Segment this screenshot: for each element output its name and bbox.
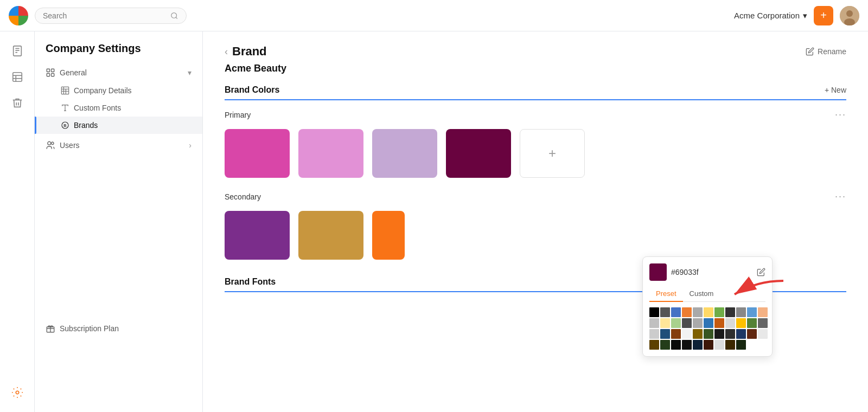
sidebar-item-company-details[interactable]: Company Details xyxy=(35,82,202,99)
preset-color-cell[interactable] xyxy=(693,329,703,339)
svg-rect-17 xyxy=(52,74,54,76)
preset-color-cell[interactable] xyxy=(736,340,746,350)
general-label: General xyxy=(60,68,87,77)
preset-color-cell[interactable] xyxy=(714,307,724,317)
search-icon xyxy=(170,11,178,20)
users-icon xyxy=(46,140,55,150)
preset-color-cell[interactable] xyxy=(649,307,659,317)
preset-color-cell[interactable] xyxy=(714,318,724,328)
company-name: Acme Corporation xyxy=(734,11,800,20)
popup-tabs: Preset Custom xyxy=(649,286,765,302)
preset-color-cell[interactable] xyxy=(725,318,735,328)
nav-title: Company Settings xyxy=(35,42,202,63)
back-button[interactable]: ‹ xyxy=(225,46,228,57)
secondary-color-1[interactable] xyxy=(225,211,290,260)
preset-color-cell[interactable] xyxy=(758,307,768,317)
preset-color-cell[interactable] xyxy=(714,340,724,350)
preset-color-cell[interactable] xyxy=(736,307,746,317)
preset-color-cell[interactable] xyxy=(736,318,746,328)
preset-color-cell[interactable] xyxy=(671,318,681,328)
preset-color-cell[interactable] xyxy=(725,340,735,350)
preset-color-cell[interactable] xyxy=(693,307,703,317)
preset-color-cell[interactable] xyxy=(693,340,703,350)
preset-color-cell[interactable] xyxy=(671,307,681,317)
avatar[interactable] xyxy=(840,6,859,25)
svg-line-1 xyxy=(176,17,178,18)
preset-color-cell[interactable] xyxy=(660,340,670,350)
sidebar-item-brands[interactable]: B Brands xyxy=(35,117,202,134)
preset-color-cell[interactable] xyxy=(693,318,703,328)
new-color-button[interactable]: + New xyxy=(825,86,846,94)
secondary-section: Secondary ··· xyxy=(225,191,846,260)
popup-edit-icon[interactable] xyxy=(757,268,765,276)
popup-hex-value: #69033f xyxy=(671,268,752,276)
add-button[interactable]: + xyxy=(814,6,833,25)
preset-color-cell[interactable] xyxy=(704,318,713,328)
sidebar-icon-list[interactable] xyxy=(7,66,28,88)
preset-color-cell[interactable] xyxy=(682,318,692,328)
sidebar-icon-settings[interactable] xyxy=(7,382,28,403)
preset-color-cell[interactable] xyxy=(660,307,670,317)
new-label: + New xyxy=(825,86,846,94)
primary-color-1[interactable] xyxy=(225,129,290,178)
layout: Company Settings General ▾ xyxy=(0,31,868,412)
nav-group-header-general[interactable]: General ▾ xyxy=(35,63,202,82)
preset-color-cell[interactable] xyxy=(649,329,659,339)
search-box[interactable] xyxy=(35,8,187,24)
preset-color-cell[interactable] xyxy=(725,329,735,339)
nav-sidebar: Company Settings General ▾ xyxy=(35,31,203,412)
secondary-more-button[interactable]: ··· xyxy=(835,191,846,202)
preset-color-cell[interactable] xyxy=(660,329,670,339)
preset-color-cell[interactable] xyxy=(682,329,692,339)
app-logo[interactable] xyxy=(9,6,28,25)
preset-color-cell[interactable] xyxy=(704,329,713,339)
preset-color-cell[interactable] xyxy=(758,329,768,339)
sidebar-icon-document[interactable] xyxy=(7,40,28,62)
preset-color-cell[interactable] xyxy=(671,329,681,339)
sidebar-icon-trash[interactable] xyxy=(7,92,28,114)
grid-icon xyxy=(46,68,55,78)
rename-button[interactable]: Rename xyxy=(806,47,846,56)
preset-color-cell[interactable] xyxy=(704,340,713,350)
secondary-color-grid xyxy=(225,211,846,260)
nav-item-subscription[interactable]: Subscription Plan xyxy=(35,317,202,340)
preset-color-grid xyxy=(649,307,765,350)
color-picker-popup[interactable]: #69033f Preset Custom xyxy=(642,256,773,357)
primary-color-4[interactable] xyxy=(446,129,511,178)
secondary-color-2[interactable] xyxy=(298,211,363,260)
preset-color-cell[interactable] xyxy=(704,307,713,317)
preset-color-cell[interactable] xyxy=(671,340,681,350)
svg-rect-14 xyxy=(47,69,49,72)
preset-color-cell[interactable] xyxy=(747,307,757,317)
preset-color-cell[interactable] xyxy=(747,329,757,339)
primary-color-3[interactable] xyxy=(372,129,437,178)
preset-color-cell[interactable] xyxy=(725,307,735,317)
search-input[interactable] xyxy=(43,11,166,20)
company-selector[interactable]: Acme Corporation ▾ xyxy=(734,11,807,21)
popup-top: #69033f xyxy=(649,263,765,281)
brand-fonts-title: Brand Fonts xyxy=(225,277,276,287)
brand-name: Acme Beauty xyxy=(225,63,846,74)
preset-color-cell[interactable] xyxy=(714,329,724,339)
preset-color-cell[interactable] xyxy=(758,318,768,328)
users-label: Users xyxy=(60,141,80,150)
sidebar-item-custom-fonts[interactable]: Custom Fonts xyxy=(35,99,202,117)
svg-point-3 xyxy=(846,10,853,17)
preset-color-cell[interactable] xyxy=(747,318,757,328)
preset-color-cell[interactable] xyxy=(736,329,746,339)
secondary-color-3[interactable] xyxy=(372,211,405,260)
font-icon xyxy=(61,104,69,112)
primary-more-button[interactable]: ··· xyxy=(835,109,846,120)
preset-color-cell[interactable] xyxy=(649,318,659,328)
brands-label: Brands xyxy=(74,121,98,130)
preset-color-cell[interactable] xyxy=(682,340,692,350)
primary-color-2[interactable] xyxy=(298,129,363,178)
preset-color-cell[interactable] xyxy=(682,307,692,317)
nav-item-users[interactable]: Users › xyxy=(35,136,202,154)
preset-color-cell[interactable] xyxy=(649,340,659,350)
add-primary-color-button[interactable]: + xyxy=(520,129,585,178)
preset-tab[interactable]: Preset xyxy=(649,286,683,302)
custom-tab[interactable]: Custom xyxy=(683,286,720,301)
custom-fonts-label: Custom Fonts xyxy=(74,104,121,112)
preset-color-cell[interactable] xyxy=(660,318,670,328)
